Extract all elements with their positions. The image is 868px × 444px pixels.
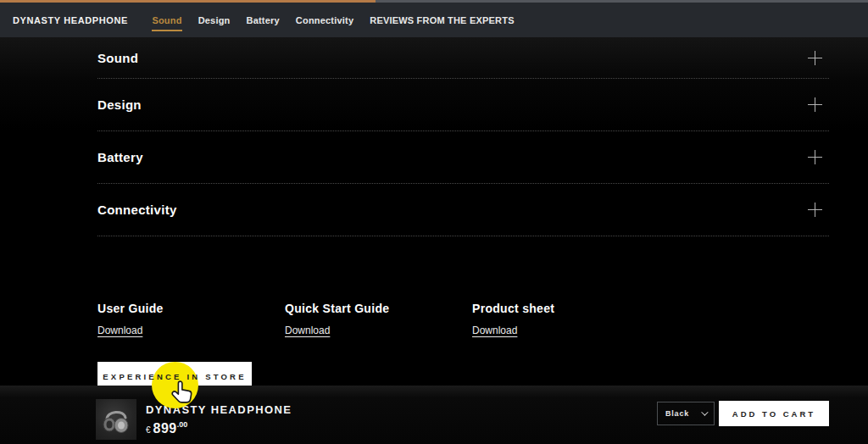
cursor-pointer-icon — [170, 380, 196, 408]
chevron-down-icon — [701, 408, 708, 415]
main-content: Sound Design Battery Connectivity User G… — [0, 37, 868, 386]
guide-title: User Guide — [97, 302, 285, 315]
product-navbar: DYNASTY HEADPHONE Sound Design Battery C… — [0, 3, 868, 37]
nav-item-sound[interactable]: Sound — [144, 3, 190, 37]
add-to-cart-button[interactable]: ADD TO CART — [719, 401, 829, 426]
price-currency: € — [146, 425, 151, 435]
accordion-title: Design — [97, 97, 142, 112]
nav-item-battery[interactable]: Battery — [238, 3, 287, 37]
headphone-image — [99, 402, 133, 436]
spec-accordion: Sound Design Battery Connectivity — [97, 37, 829, 236]
guides-section: User Guide Download Quick Start Guide Do… — [97, 302, 659, 337]
guide-title: Quick Start Guide — [285, 302, 472, 315]
navbar-links: Sound Design Battery Connectivity REVIEW… — [144, 3, 522, 37]
plus-icon[interactable] — [808, 203, 822, 217]
download-link-product-sheet[interactable]: Download — [472, 325, 517, 336]
plus-icon[interactable] — [808, 51, 822, 65]
guide-product-sheet: Product sheet Download — [472, 302, 659, 337]
nav-item-connectivity[interactable]: Connectivity — [287, 3, 361, 37]
product-price: €899.00 — [146, 420, 292, 436]
product-thumbnail — [96, 399, 136, 440]
accordion-row-sound[interactable]: Sound — [97, 37, 829, 79]
guide-quick-start: Quick Start Guide Download — [285, 302, 472, 337]
guide-title: Product sheet — [472, 302, 659, 315]
download-link-quick-start[interactable]: Download — [285, 325, 330, 336]
cart-bar: DYNASTY HEADPHONE €899.00 Black ADD TO C… — [0, 386, 868, 444]
accordion-row-design[interactable]: Design — [97, 79, 829, 131]
product-info: DYNASTY HEADPHONE €899.00 — [146, 403, 292, 436]
accordion-title: Battery — [97, 150, 143, 164]
plus-icon[interactable] — [808, 150, 822, 164]
plus-icon[interactable] — [808, 97, 822, 112]
accordion-title: Sound — [97, 51, 138, 65]
nav-item-reviews[interactable]: REVIEWS FROM THE EXPERTS — [362, 3, 522, 37]
accordion-title: Connectivity — [97, 203, 177, 217]
download-link-user-guide[interactable]: Download — [97, 325, 142, 336]
price-cents: .00 — [177, 420, 188, 429]
nav-item-design[interactable]: Design — [190, 3, 238, 37]
price-amount: 899 — [153, 421, 177, 436]
navbar-brand: DYNASTY HEADPHONE — [13, 15, 128, 25]
accordion-row-connectivity[interactable]: Connectivity — [97, 184, 829, 236]
accordion-row-battery[interactable]: Battery — [97, 131, 829, 184]
color-select-dropdown[interactable]: Black — [657, 402, 715, 425]
guide-user-guide: User Guide Download — [97, 302, 285, 337]
color-select-value: Black — [665, 409, 689, 418]
